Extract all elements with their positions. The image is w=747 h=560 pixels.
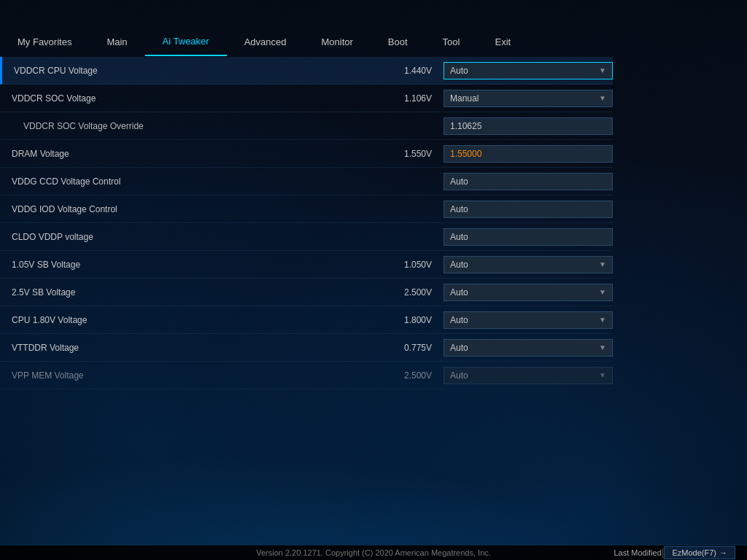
voltage-row: DRAM Voltage1.550V1.55000 xyxy=(0,140,613,168)
voltage-label: 2.5V SB Voltage xyxy=(0,281,387,303)
voltage-label: VPP MEM Voltage xyxy=(0,365,387,386)
voltage-label: 1.05V SB Voltage xyxy=(0,254,387,276)
bottom-right-controls: Last Modified | EzMode(F7) → xyxy=(614,546,735,559)
nav-tool[interactable]: Tool xyxy=(425,28,478,56)
voltage-current-value: 2.500V xyxy=(387,370,438,381)
nav-boot[interactable]: Boot xyxy=(371,28,425,56)
voltage-dropdown[interactable]: Auto▼ xyxy=(444,339,613,357)
voltage-text-input[interactable]: Auto xyxy=(444,173,613,190)
dropdown-value: Auto xyxy=(450,287,468,298)
voltage-label: DRAM Voltage xyxy=(0,143,387,165)
voltage-row: VTTDDR Voltage0.775VAuto▼ xyxy=(0,334,613,362)
voltage-row: VDDG CCD Voltage ControlAuto xyxy=(0,168,613,195)
dropdown-value: Auto xyxy=(450,315,468,325)
ezmode-button[interactable]: EzMode(F7) → xyxy=(664,546,735,559)
voltage-label: VDDCR SOC Voltage xyxy=(0,88,387,109)
voltage-row: VPP MEM Voltage2.500VAuto▼ xyxy=(0,362,613,389)
voltage-row: 1.05V SB Voltage1.050VAuto▼ xyxy=(0,251,613,279)
nav-ai-tweaker[interactable]: Ai Tweaker xyxy=(145,28,227,56)
chevron-down-icon: ▼ xyxy=(599,66,606,74)
voltage-row: VDDCR SOC Voltage Override1.10625 xyxy=(0,112,613,140)
nav-monitor[interactable]: Monitor xyxy=(304,28,371,56)
voltage-row: 2.5V SB Voltage2.500VAuto▼ xyxy=(0,279,613,306)
voltage-label: VTTDDR Voltage xyxy=(0,337,387,359)
voltage-dropdown[interactable]: Auto▼ xyxy=(444,367,613,384)
arrow-icon: → xyxy=(719,548,727,557)
voltage-current-value: 0.775V xyxy=(387,343,438,353)
voltage-current-value: 1.440V xyxy=(387,66,438,76)
bottom-bar: Version 2.20.1271. Copyright (C) 2020 Am… xyxy=(0,545,747,560)
voltage-row: VDDCR CPU Voltage1.440VAuto▼ xyxy=(0,57,613,85)
voltage-current-value: 1.800V xyxy=(387,315,438,325)
chevron-down-icon: ▼ xyxy=(599,371,606,379)
voltage-dropdown[interactable]: Auto▼ xyxy=(444,256,613,273)
nav-my-favorites[interactable]: My Favorites xyxy=(0,28,89,56)
voltage-text-input[interactable]: Auto xyxy=(444,228,613,246)
nav-exit[interactable]: Exit xyxy=(477,28,528,56)
voltage-row: VDDG IOD Voltage ControlAuto xyxy=(0,195,613,223)
voltage-dropdown[interactable]: Auto▼ xyxy=(444,62,613,79)
voltage-current-value: 1.050V xyxy=(387,260,438,270)
dropdown-value: Auto xyxy=(450,343,468,353)
voltage-row: CPU 1.80V Voltage1.800VAuto▼ xyxy=(0,306,613,334)
chevron-down-icon: ▼ xyxy=(599,316,606,324)
chevron-down-icon: ▼ xyxy=(599,288,606,296)
nav-main[interactable]: Main xyxy=(89,28,144,56)
voltage-dropdown[interactable]: Manual▼ xyxy=(444,90,613,107)
voltage-label: VDDG IOD Voltage Control xyxy=(0,198,387,220)
chevron-down-icon: ▼ xyxy=(599,343,606,351)
voltage-dropdown[interactable]: Auto▼ xyxy=(444,311,613,329)
last-modified-label: Last Modified xyxy=(614,548,661,557)
voltage-current-value: 2.500V xyxy=(387,287,438,298)
voltage-dropdown[interactable]: Auto▼ xyxy=(444,284,613,301)
dropdown-value: Auto xyxy=(450,66,468,76)
voltage-row: VDDCR SOC Voltage1.106VManual▼ xyxy=(0,85,613,112)
voltage-label: CLDO VDDP voltage xyxy=(0,226,387,248)
voltage-label: VDDG CCD Voltage Control xyxy=(0,171,387,192)
dropdown-value: Manual xyxy=(450,93,479,104)
voltage-label: CPU 1.80V Voltage xyxy=(0,309,387,331)
voltage-text-input[interactable]: 1.10625 xyxy=(444,117,613,135)
nav-advanced[interactable]: Advanced xyxy=(227,28,304,56)
dropdown-value: Auto xyxy=(450,260,468,270)
chevron-down-icon: ▼ xyxy=(599,94,606,102)
chevron-down-icon: ▼ xyxy=(599,260,606,268)
voltage-current-value: 1.106V xyxy=(387,93,438,104)
voltage-current-value: 1.550V xyxy=(387,149,438,159)
voltage-label: VDDCR SOC Voltage Override xyxy=(0,115,387,137)
voltage-row: CLDO VDDP voltageAuto xyxy=(0,223,613,251)
voltage-text-input[interactable]: Auto xyxy=(444,201,613,218)
dropdown-value: Auto xyxy=(450,370,468,381)
voltage-label: VDDCR CPU Voltage xyxy=(2,60,387,82)
voltage-text-input[interactable]: 1.55000 xyxy=(444,145,613,163)
